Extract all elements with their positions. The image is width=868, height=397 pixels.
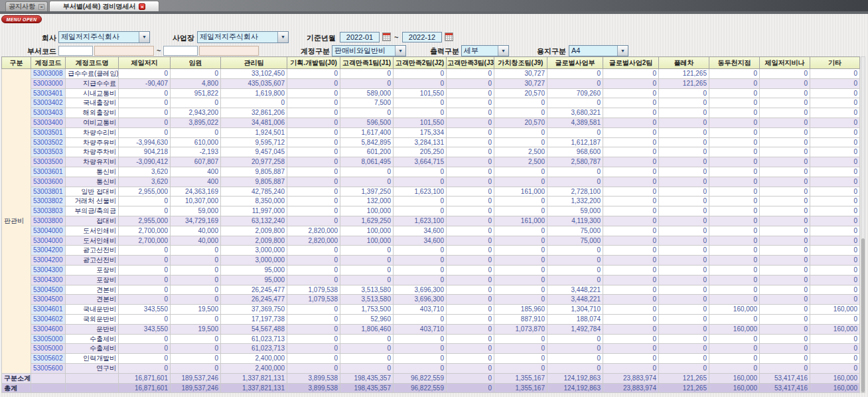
scrollbar-thumb[interactable] — [861, 238, 865, 392]
period-from-input[interactable] — [340, 32, 380, 42]
table-row[interactable]: 53003403해외출장비02,943,20032,861,206000003,… — [2, 108, 860, 118]
amount-cell: 0 — [810, 98, 860, 108]
amount-cell: 0 — [760, 127, 810, 137]
chevron-down-icon[interactable]: ▼ — [617, 46, 628, 56]
tab-close-icon[interactable]: × — [139, 3, 145, 10]
tab-close-icon[interactable]: × — [38, 4, 44, 10]
amount-cell: 3,620 — [119, 177, 171, 187]
dept-name-from-field[interactable] — [94, 46, 154, 56]
table-row[interactable]: 53003400여비교통비03,895,02234,481,0060596,50… — [2, 118, 860, 127]
amount-cell: 0 — [447, 236, 494, 246]
footer-empty-cell — [66, 383, 119, 393]
account-name-cell: 통신비 — [66, 177, 119, 187]
amount-cell: 0 — [810, 265, 860, 275]
paper-type-label: 용지구분 — [534, 46, 566, 56]
footer-amount-cell: 0 — [447, 373, 494, 383]
table-row[interactable]: 53004000도서인쇄비2,700,00040,0002,009,8002,8… — [2, 236, 860, 246]
table-row[interactable]: 판관비53003008급수수료(클레임)0033,102,450000030,7… — [2, 69, 860, 79]
table-row[interactable]: 53004600운반비343,55019,50054,567,48801,806… — [2, 324, 860, 334]
table-row[interactable]: 53004000도서인쇄비2,700,00040,0002,009,8002,8… — [2, 226, 860, 236]
table-row[interactable]: 53003801일반 접대비2,955,00024,363,16942,785,… — [2, 187, 860, 197]
account-code-cell: 53004000 — [31, 236, 66, 246]
chevron-down-icon[interactable]: ▼ — [277, 32, 288, 42]
table-row[interactable]: 53004200광고선전비003,000,00000000000000 — [2, 256, 860, 266]
table-row[interactable]: 53005602인력개발비002,400,00000000000000 — [2, 354, 860, 364]
footer-amount-cell: 121,265 — [659, 383, 709, 393]
table-row[interactable]: 53005600연구비002,400,00000000000000 — [2, 363, 860, 373]
amount-cell: 0 — [494, 363, 547, 373]
table-row[interactable]: 53003802거래처 선물비010,307,0008,350,0000132,… — [2, 197, 860, 206]
amount-cell: 0 — [119, 118, 171, 127]
table-row[interactable]: 53004200광고선전비003,000,00000000000000 — [2, 246, 860, 256]
amount-cell: 0 — [603, 98, 659, 108]
amount-cell: 0 — [810, 137, 860, 147]
amount-cell: 100,000 — [340, 226, 394, 236]
amount-cell: 0 — [494, 295, 547, 305]
output-type-select[interactable]: 세부 ▼ — [461, 45, 509, 56]
dept-name-to-field[interactable] — [199, 46, 259, 56]
amount-cell: 0 — [709, 256, 760, 266]
amount-cell: 0 — [760, 246, 810, 256]
amount-cell: 0 — [603, 78, 659, 88]
account-name-cell: 거래처 선물비 — [66, 197, 119, 206]
amount-cell: 185,960 — [494, 305, 547, 315]
table-row[interactable]: 53005000수출제비0061,023,71300000000000 — [2, 334, 860, 344]
table-row[interactable]: 53004602국외운반비0017,197,738052,96000887,91… — [2, 314, 860, 324]
amount-cell: 0 — [287, 344, 340, 354]
account-type-select[interactable]: 판매비와일반비 ▼ — [332, 45, 406, 56]
table-row[interactable]: 53004500견본비0026,245,4771,079,5383,513,58… — [2, 285, 860, 295]
column-header: 관리팀 — [221, 57, 287, 69]
table-row[interactable]: 53003500차량유지비-3,090,412607,80720,977,258… — [2, 157, 860, 167]
table-row[interactable]: 53004500견본비0026,245,4771,079,5383,513,58… — [2, 295, 860, 305]
table-row[interactable]: 53003401시내교통비0951,8221,619,8000589,00010… — [2, 88, 860, 98]
amount-cell: 0 — [760, 187, 810, 197]
footer-amount-cell: 16,871,601 — [119, 383, 171, 393]
amount-cell: 0 — [659, 363, 709, 373]
company-label: 회사 — [25, 33, 56, 43]
company-select[interactable]: 제일저지주식회사 ▼ — [58, 31, 150, 43]
footer-amount-cell: 1,337,821,131 — [221, 383, 287, 393]
paper-type-select[interactable]: A4 ▼ — [569, 45, 628, 56]
table-row[interactable]: 53004300포장비0095,00000000000000 — [2, 275, 860, 285]
tab-expense-report[interactable]: 부서별(세목) 경비명세서 × — [49, 1, 159, 11]
chevron-down-icon[interactable]: ▼ — [395, 46, 405, 56]
vertical-scrollbar[interactable] — [861, 56, 865, 393]
table-row[interactable]: 53003402국내출장비00007,500000000000 — [2, 98, 860, 108]
amount-cell: 0 — [659, 246, 709, 256]
table-row[interactable]: 53003601통신비3,6204009,805,88700000000000 — [2, 167, 860, 177]
amount-cell: 0 — [603, 226, 659, 236]
chevron-down-icon[interactable]: ▼ — [139, 32, 149, 42]
amount-cell: 161,000 — [494, 187, 547, 197]
amount-cell: 30,727 — [494, 78, 547, 88]
account-code-cell: 53004600 — [31, 324, 66, 334]
table-row[interactable]: 53004601국내운반비343,55019,50037,369,75001,7… — [2, 305, 860, 315]
amount-cell: 0 — [760, 98, 810, 108]
dept-code-from-input[interactable] — [58, 46, 93, 56]
amount-cell: 0 — [119, 334, 171, 344]
period-to-input[interactable] — [402, 32, 442, 42]
chevron-down-icon[interactable]: ▼ — [498, 46, 508, 56]
account-name-cell: 급수수료(클레임) — [66, 69, 119, 79]
tab-notice[interactable]: 공지사항 × — [5, 1, 48, 11]
amount-cell: 0 — [760, 305, 810, 315]
dept-code-to-input[interactable] — [163, 46, 198, 56]
amount-cell: 0 — [287, 147, 340, 157]
calendar-icon[interactable] — [382, 33, 391, 41]
amount-cell: 0 — [760, 226, 810, 236]
table-row[interactable]: 53003503차량주차비904,218-2,1939,457,0450601,… — [2, 147, 860, 157]
table-row[interactable]: 53004300포장비0095,00000000000000 — [2, 265, 860, 275]
amount-cell: 0 — [340, 246, 394, 256]
table-row[interactable]: 53005000수출제비0061,023,71300000000000 — [2, 344, 860, 354]
amount-cell: 0 — [494, 354, 547, 364]
table-row[interactable]: 53003803부의금/축의금059,00011,997,0000100,000… — [2, 206, 860, 216]
table-row[interactable]: 53003502차량주유비-3,994,630610,0009,595,7120… — [2, 137, 860, 147]
table-row[interactable]: 53003800접대비2,955,00034,729,16963,132,240… — [2, 216, 860, 226]
table-row[interactable]: 53003501차량수리비001,924,50101,617,400175,33… — [2, 127, 860, 137]
workplace-select[interactable]: 제일저지주식회사 ▼ — [197, 31, 289, 43]
menu-open-button[interactable]: MENU OPEN — [1, 15, 42, 23]
table-row[interactable]: 53003000지급수수료-90,4074,800435,035,6070000… — [2, 78, 860, 88]
table-row[interactable]: 53003600통신비3,6204009,805,88700000000000 — [2, 177, 860, 187]
account-code-cell: 53003801 — [31, 187, 66, 197]
calendar-icon[interactable] — [445, 33, 453, 41]
account-code-cell: 53003000 — [31, 78, 66, 88]
